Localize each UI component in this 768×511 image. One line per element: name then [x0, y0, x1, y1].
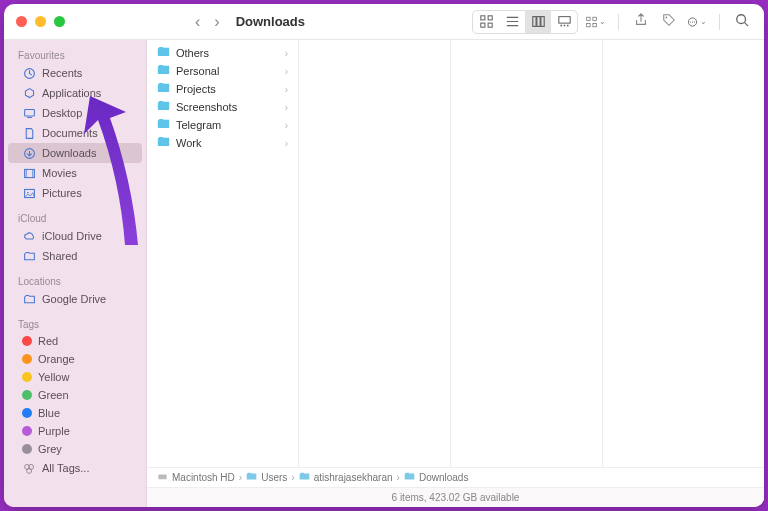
sidebar-item-red[interactable]: Red: [8, 332, 142, 350]
view-icons-button[interactable]: [473, 11, 499, 33]
column-3[interactable]: [451, 40, 603, 467]
sidebar-item-label: Shared: [42, 250, 77, 262]
sidebar-item-shared[interactable]: Shared: [8, 246, 142, 266]
sidebar-item-downloads[interactable]: Downloads: [8, 143, 142, 163]
column-2[interactable]: [299, 40, 451, 467]
tag-dot-icon: [22, 372, 32, 382]
sidebar-item-desktop[interactable]: Desktop: [8, 103, 142, 123]
sidebar-item-label: Purple: [38, 425, 70, 437]
sidebar-item-label: iCloud Drive: [42, 230, 102, 242]
folder-row[interactable]: Projects›: [147, 80, 298, 98]
movie-icon: [22, 166, 36, 180]
sidebar-item-blue[interactable]: Blue: [8, 404, 142, 422]
toolbar-right: ⌄ ⌄: [472, 10, 752, 34]
window-title: Downloads: [236, 14, 305, 29]
folder-icon: [246, 472, 257, 483]
folder-icon: [299, 472, 310, 483]
finder-window: ‹ › Downloads ⌄ ⌄ FavouritesRecentsAppli…: [4, 4, 764, 507]
path-separator: ›: [291, 472, 294, 483]
column-4[interactable]: [603, 40, 764, 467]
sidebar-item-pictures[interactable]: Pictures: [8, 183, 142, 203]
folder-icon: [404, 472, 415, 483]
zoom-button[interactable]: [54, 16, 65, 27]
folder-icon: [157, 100, 170, 114]
svg-rect-37: [158, 474, 166, 479]
chevron-right-icon: ›: [285, 120, 288, 131]
sidebar-item-icloud-drive[interactable]: iCloud Drive: [8, 226, 142, 246]
share-button[interactable]: [631, 13, 651, 30]
folder-row[interactable]: Personal›: [147, 62, 298, 80]
sidebar-item-applications[interactable]: Applications: [8, 83, 142, 103]
svg-rect-0: [480, 16, 484, 20]
svg-rect-14: [587, 17, 590, 20]
folder-icon: [157, 118, 170, 132]
sidebar-section-header: Favourites: [4, 46, 146, 63]
minimize-button[interactable]: [35, 16, 46, 27]
view-gallery-button[interactable]: [551, 11, 577, 33]
sidebar-section-header: iCloud: [4, 209, 146, 226]
sidebar-item-label: Blue: [38, 407, 60, 419]
folder-name: Telegram: [176, 119, 221, 131]
path-segment[interactable]: Users: [261, 472, 287, 483]
path-segment[interactable]: atishrajasekharan: [314, 472, 393, 483]
desktop-icon: [22, 106, 36, 120]
folder-row[interactable]: Others›: [147, 44, 298, 62]
sidebar-section-header: Locations: [4, 272, 146, 289]
tag-dot-icon: [22, 444, 32, 454]
tag-dot-icon: [22, 336, 32, 346]
pic-icon: [22, 186, 36, 200]
folder-name: Others: [176, 47, 209, 59]
sidebar-item-label: Green: [38, 389, 69, 401]
tag-dot-icon: [22, 426, 32, 436]
sidebar-item-label: Recents: [42, 67, 82, 79]
svg-rect-8: [536, 17, 539, 27]
tag-dot-icon: [22, 354, 32, 364]
sidebar-item-google-drive[interactable]: Google Drive: [8, 289, 142, 309]
cloud-icon: [22, 229, 36, 243]
sidebar: FavouritesRecentsApplicationsDesktopDocu…: [4, 40, 147, 507]
path-segment[interactable]: Downloads: [419, 472, 468, 483]
svg-rect-10: [558, 17, 569, 24]
folder-row[interactable]: Screenshots›: [147, 98, 298, 116]
sidebar-item-orange[interactable]: Orange: [8, 350, 142, 368]
sidebar-item-purple[interactable]: Purple: [8, 422, 142, 440]
nav-arrows: ‹ ›: [195, 13, 220, 31]
sidebar-item-recents[interactable]: Recents: [8, 63, 142, 83]
sidebar-item-grey[interactable]: Grey: [8, 440, 142, 458]
status-bar: 6 items, 423.02 GB available: [147, 487, 764, 507]
sidebar-item-movies[interactable]: Movies: [8, 163, 142, 183]
alltags-icon: [22, 461, 36, 475]
sidebar-item-all-tags-[interactable]: All Tags...: [8, 458, 142, 478]
chevron-right-icon: ›: [285, 48, 288, 59]
svg-rect-12: [563, 25, 565, 27]
search-button[interactable]: [732, 13, 752, 30]
view-list-button[interactable]: [499, 11, 525, 33]
tags-button[interactable]: [659, 13, 679, 30]
sidebar-item-label: Orange: [38, 353, 75, 365]
folder-icon: [157, 136, 170, 150]
close-button[interactable]: [16, 16, 27, 27]
sidebar-item-documents[interactable]: Documents: [8, 123, 142, 143]
column-1[interactable]: Others›Personal›Projects›Screenshots›Tel…: [147, 40, 299, 467]
sidebar-section-header: Tags: [4, 315, 146, 332]
svg-point-21: [692, 21, 693, 22]
folder-row[interactable]: Work›: [147, 134, 298, 152]
view-columns-button[interactable]: [525, 11, 551, 33]
back-button[interactable]: ‹: [195, 13, 200, 31]
tag-dot-icon: [22, 390, 32, 400]
disk-icon: [157, 471, 168, 484]
folder-icon: [157, 64, 170, 78]
view-mode-group: [472, 10, 578, 34]
sidebar-item-yellow[interactable]: Yellow: [8, 368, 142, 386]
svg-rect-15: [593, 17, 596, 20]
tag-dot-icon: [22, 408, 32, 418]
forward-button[interactable]: ›: [214, 13, 219, 31]
sidebar-item-label: Yellow: [38, 371, 69, 383]
action-button[interactable]: ⌄: [687, 15, 707, 29]
svg-rect-1: [488, 16, 492, 20]
download-icon: [22, 146, 36, 160]
path-segment[interactable]: Macintosh HD: [172, 472, 235, 483]
sidebar-item-green[interactable]: Green: [8, 386, 142, 404]
folder-row[interactable]: Telegram›: [147, 116, 298, 134]
group-by-button[interactable]: ⌄: [586, 15, 606, 29]
